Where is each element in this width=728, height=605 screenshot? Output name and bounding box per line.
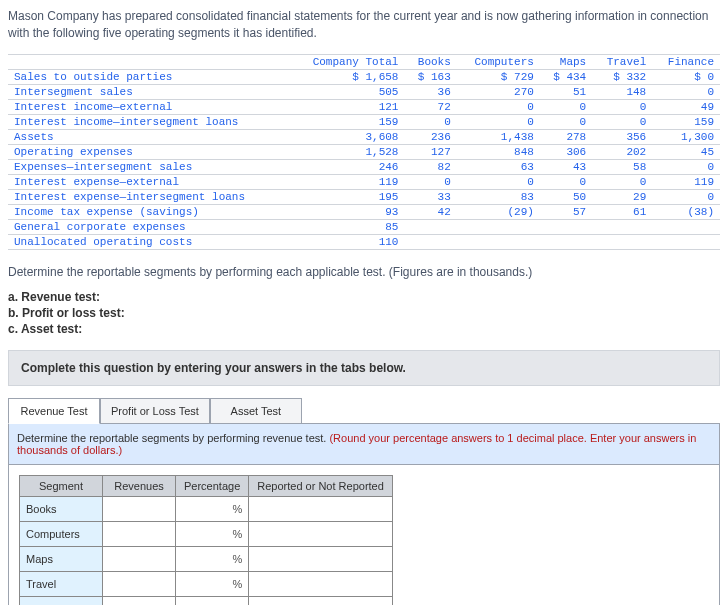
reported-input[interactable] <box>249 497 393 522</box>
col-travel: Travel <box>592 54 652 69</box>
data-cell: 127 <box>404 144 456 159</box>
data-cell: 33 <box>404 189 456 204</box>
row-label: Income tax expense (savings) <box>8 204 291 219</box>
col-company-total: Company Total <box>291 54 405 69</box>
data-cell: 356 <box>592 129 652 144</box>
data-cell: 0 <box>540 174 592 189</box>
data-cell: 3,608 <box>291 129 405 144</box>
col-maps: Maps <box>540 54 592 69</box>
row-label: Assets <box>8 129 291 144</box>
data-cell: 0 <box>592 174 652 189</box>
data-cell: 195 <box>291 189 405 204</box>
percentage-input[interactable] <box>176 597 249 605</box>
data-cell: 72 <box>404 99 456 114</box>
panel-instruction: Determine the reportable segments by per… <box>9 424 719 465</box>
data-cell: 0 <box>404 114 456 129</box>
data-cell: 0 <box>457 174 540 189</box>
data-cell: 45 <box>652 144 720 159</box>
data-cell: 83 <box>457 189 540 204</box>
data-cell: (29) <box>457 204 540 219</box>
th-percentage: Percentage <box>176 476 249 497</box>
part-c-label: c. Asset test: <box>8 322 82 336</box>
data-cell: 121 <box>291 99 405 114</box>
data-cell: 0 <box>652 189 720 204</box>
data-cell: 1,528 <box>291 144 405 159</box>
revenues-input[interactable] <box>103 572 176 597</box>
data-cell: 0 <box>540 99 592 114</box>
revenue-input-table: Segment Revenues Percentage Reported or … <box>19 475 393 605</box>
data-cell: 505 <box>291 84 405 99</box>
data-cell: $ 0 <box>652 69 720 84</box>
row-label: Expenses—intersegment sales <box>8 159 291 174</box>
percentage-input[interactable] <box>176 522 249 547</box>
row-label: Interest income—external <box>8 99 291 114</box>
th-reported: Reported or Not Reported <box>249 476 393 497</box>
data-cell: 119 <box>291 174 405 189</box>
data-cell: 42 <box>404 204 456 219</box>
data-cell: 51 <box>540 84 592 99</box>
data-cell: 148 <box>592 84 652 99</box>
data-cell <box>540 234 592 249</box>
reported-input[interactable] <box>249 547 393 572</box>
data-cell: $ 434 <box>540 69 592 84</box>
data-cell: 0 <box>592 114 652 129</box>
reported-input[interactable] <box>249 572 393 597</box>
percentage-input[interactable] <box>176 572 249 597</box>
revenues-input[interactable] <box>103 522 176 547</box>
row-label: Sales to outside parties <box>8 69 291 84</box>
data-cell <box>652 219 720 234</box>
data-cell: 1,300 <box>652 129 720 144</box>
complete-instruction: Complete this question by entering your … <box>8 350 720 386</box>
reported-input[interactable] <box>249 522 393 547</box>
percentage-input[interactable] <box>176 547 249 572</box>
row-label: Interest income—intersegment loans <box>8 114 291 129</box>
data-cell: 61 <box>592 204 652 219</box>
col-books: Books <box>404 54 456 69</box>
data-cell <box>404 234 456 249</box>
data-cell: 119 <box>652 174 720 189</box>
data-cell: 306 <box>540 144 592 159</box>
data-cell: 0 <box>652 159 720 174</box>
segment-name-cell: Travel <box>20 572 103 597</box>
data-cell: 110 <box>291 234 405 249</box>
data-cell <box>540 219 592 234</box>
tab-profit-loss-test[interactable]: Profit or Loss Test <box>100 398 210 424</box>
col-finance: Finance <box>652 54 720 69</box>
percentage-input[interactable] <box>176 497 249 522</box>
row-label: Operating expenses <box>8 144 291 159</box>
row-label: Intersegment sales <box>8 84 291 99</box>
data-cell <box>652 234 720 249</box>
tab-asset-test[interactable]: Asset Test <box>210 398 302 424</box>
data-cell <box>457 219 540 234</box>
determine-text: Determine the reportable segments by per… <box>8 264 720 281</box>
data-cell: 0 <box>404 174 456 189</box>
data-cell: 202 <box>592 144 652 159</box>
segment-name-cell: Computers <box>20 522 103 547</box>
row-label: General corporate expenses <box>8 219 291 234</box>
data-cell: (38) <box>652 204 720 219</box>
financial-data-table: Company Total Books Computers Maps Trave… <box>8 54 720 250</box>
data-cell: 43 <box>540 159 592 174</box>
data-cell: 270 <box>457 84 540 99</box>
data-cell: 82 <box>404 159 456 174</box>
reported-input[interactable] <box>249 597 393 605</box>
tab-bar: Revenue Test Profit or Loss Test Asset T… <box>8 398 720 424</box>
row-label: Interest expense—external <box>8 174 291 189</box>
segment-name-cell: Books <box>20 497 103 522</box>
segment-name-cell: Maps <box>20 547 103 572</box>
tab-revenue-test[interactable]: Revenue Test <box>8 398 100 424</box>
data-cell: 93 <box>291 204 405 219</box>
data-cell: 0 <box>592 99 652 114</box>
data-cell: 848 <box>457 144 540 159</box>
panel-instruction-plain: Determine the reportable segments by per… <box>17 432 329 444</box>
th-revenues: Revenues <box>103 476 176 497</box>
revenues-input[interactable] <box>103 547 176 572</box>
revenues-input[interactable] <box>103 597 176 605</box>
data-cell: $ 1,658 <box>291 69 405 84</box>
revenues-input[interactable] <box>103 497 176 522</box>
data-cell: 236 <box>404 129 456 144</box>
row-label: Unallocated operating costs <box>8 234 291 249</box>
data-cell: 85 <box>291 219 405 234</box>
col-blank <box>8 54 291 69</box>
data-cell: 0 <box>457 114 540 129</box>
